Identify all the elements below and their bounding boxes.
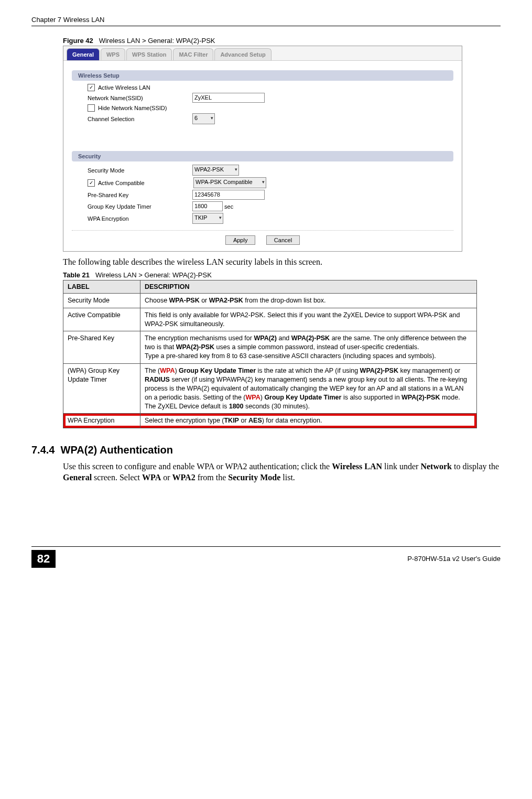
cancel-button[interactable]: Cancel xyxy=(266,235,300,245)
th-label: LABEL xyxy=(63,280,140,293)
table-row: Pre-Shared KeyThe encryption mechanisms … xyxy=(63,331,477,364)
tab-advanced-setup[interactable]: Advanced Setup xyxy=(214,48,271,60)
figure-caption: Figure 42 Wireless LAN > General: WPA(2)… xyxy=(63,37,501,45)
wireless-setup-header: Wireless Setup xyxy=(72,70,453,81)
row-label: (WPA) Group Key Update Timer xyxy=(63,364,140,414)
apply-button[interactable]: Apply xyxy=(225,235,256,245)
table-row: Active CompatibleThis field is only avai… xyxy=(63,308,477,331)
tab-bar: General WPS WPS Station MAC Filter Advan… xyxy=(63,46,462,61)
figure-title: Wireless LAN > General: WPA(2)-PSK xyxy=(99,37,215,45)
psk-input[interactable]: 12345678 xyxy=(192,190,265,200)
table-caption: Table 21 Wireless LAN > General: WPA(2)-… xyxy=(63,271,501,279)
section-title: WPA(2) Authentication xyxy=(61,444,173,456)
ssid-input[interactable]: ZyXEL xyxy=(192,93,265,103)
description-table: LABEL DESCRIPTION Security ModeChoose WP… xyxy=(63,280,477,429)
section-body: Use this screen to configure and enable … xyxy=(63,461,501,483)
page-number: 82 xyxy=(31,550,56,568)
table-title: Wireless LAN > General: WPA(2)-PSK xyxy=(95,271,212,279)
row-description: Select the encryption type (TKIP or AES)… xyxy=(140,414,477,428)
tab-mac-filter[interactable]: MAC Filter xyxy=(173,48,213,60)
gkt-unit: sec xyxy=(224,203,233,210)
table-row: WPA EncryptionSelect the encryption type… xyxy=(63,414,477,428)
active-compatible-label: Active Compatible xyxy=(98,180,193,186)
section-number: 7.4.4 xyxy=(31,444,55,456)
row-description: The (WPA) Group Key Update Timer is the … xyxy=(140,364,477,414)
row-description: The encryption mechanisms used for WPA(2… xyxy=(140,331,477,364)
ssid-label: Network Name(SSID) xyxy=(88,95,192,101)
tab-general[interactable]: General xyxy=(67,48,100,60)
row-description: This field is only available for WPA2-PS… xyxy=(140,308,477,331)
running-header: Chapter 7 Wireless LAN xyxy=(31,16,501,26)
figure-label: Figure 42 xyxy=(63,37,93,45)
hide-ssid-checkbox[interactable] xyxy=(88,104,95,112)
security-header: Security xyxy=(72,151,453,161)
channel-label: Channel Selection xyxy=(88,116,192,122)
row-label: Pre-Shared Key xyxy=(63,331,140,364)
gkt-input[interactable]: 1800 xyxy=(192,201,223,211)
th-description: DESCRIPTION xyxy=(140,280,477,293)
screenshot-panel: General WPS WPS Station MAC Filter Advan… xyxy=(63,46,462,252)
tab-wps[interactable]: WPS xyxy=(101,48,125,60)
row-description: Choose WPA-PSK or WPA2-PSK from the drop… xyxy=(140,293,477,308)
table-row: (WPA) Group Key Update TimerThe (WPA) Gr… xyxy=(63,364,477,414)
section-heading: 7.4.4 WPA(2) Authentication xyxy=(31,444,501,456)
active-wlan-checkbox[interactable]: ✓ xyxy=(88,84,95,91)
security-mode-label: Security Mode xyxy=(88,167,192,174)
hide-ssid-label: Hide Network Name(SSID) xyxy=(98,105,167,111)
psk-label: Pre-Shared Key xyxy=(88,192,192,198)
table-label: Table 21 xyxy=(63,271,90,279)
table-row: Security ModeChoose WPA-PSK or WPA2-PSK … xyxy=(63,293,477,308)
active-wlan-label: Active Wireless LAN xyxy=(98,84,150,91)
active-compatible-checkbox[interactable]: ✓ xyxy=(88,179,95,187)
page-footer: 82 P-870HW-51a v2 User's Guide xyxy=(31,546,501,568)
intro-text: The following table describes the wirele… xyxy=(63,257,501,268)
active-compatible-select[interactable]: WPA-PSK Compatible xyxy=(193,177,266,188)
guide-title: P-870HW-51a v2 User's Guide xyxy=(407,555,501,563)
channel-select[interactable]: 6 xyxy=(192,113,215,124)
enc-select[interactable]: TKIP xyxy=(192,213,223,224)
row-label: WPA Encryption xyxy=(63,414,140,428)
row-label: Security Mode xyxy=(63,293,140,308)
enc-label: WPA Encryption xyxy=(88,215,192,222)
row-label: Active Compatible xyxy=(63,308,140,331)
gkt-label: Group Key Update Timer xyxy=(88,203,192,210)
security-mode-select[interactable]: WPA2-PSK xyxy=(192,165,239,176)
tab-wps-station[interactable]: WPS Station xyxy=(126,48,172,60)
